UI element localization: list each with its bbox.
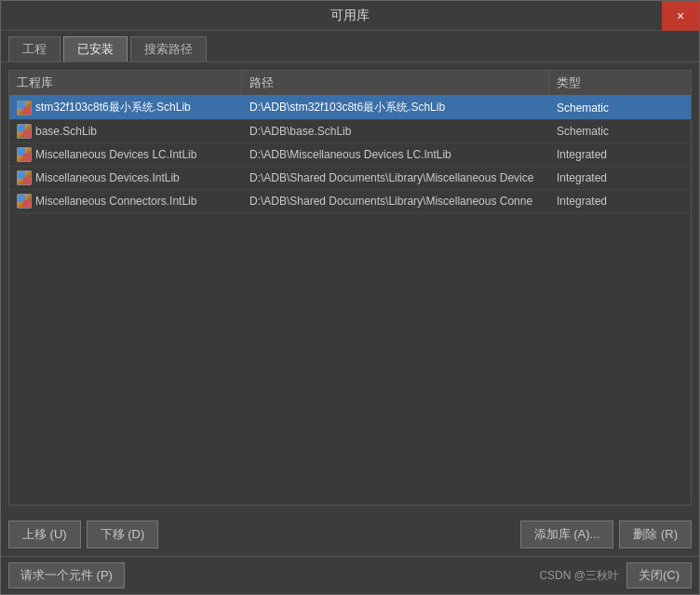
move-up-button[interactable]: 上移 (U): [8, 521, 81, 548]
cell-type: Integrated: [549, 190, 661, 212]
cell-path: D:\ADB\Miscellaneous Devices LC.IntLib: [242, 143, 549, 166]
move-down-button[interactable]: 下移 (D): [87, 521, 159, 548]
dialog-title: 可用库: [330, 7, 370, 24]
cell-name: Miscellaneous Connectors.IntLib: [9, 190, 242, 212]
table-row[interactable]: base.SchLib D:\ADB\base.SchLib Schematic: [9, 120, 691, 143]
remove-button[interactable]: 删除 (R): [619, 521, 692, 548]
lib-icon: [17, 147, 32, 162]
lib-icon: [17, 194, 32, 209]
table-row[interactable]: Miscellaneous Devices.IntLib D:\ADB\Shar…: [9, 167, 691, 190]
close-button[interactable]: ×: [662, 1, 699, 31]
lib-icon: [17, 170, 32, 185]
tab-installed[interactable]: 已安装: [63, 36, 128, 61]
col-type: 类型: [549, 71, 661, 95]
cell-type: Schematic: [549, 120, 661, 142]
col-lib-name: 工程库: [9, 71, 242, 95]
cell-path: D:\ADB\stm32f103c8t6最小系统.SchLib: [242, 96, 549, 119]
dialog: 可用库 × 工程 已安装 搜索路径 工程库 路径 类型 stm32f103c8t…: [0, 0, 700, 595]
cell-name: Miscellaneous Devices LC.IntLib: [9, 143, 242, 166]
footer-bar: 请求一个元件 (P) CSDN @三秋叶 关闭(C): [1, 556, 699, 594]
col-path: 路径: [242, 71, 549, 95]
table-row[interactable]: Miscellaneous Connectors.IntLib D:\ADB\S…: [9, 190, 691, 213]
library-table: 工程库 路径 类型 stm32f103c8t6最小系统.SchLib D:\AD…: [8, 70, 692, 506]
bottom-buttons: 上移 (U) 下移 (D) 添加库 (A)... 删除 (R): [1, 513, 699, 556]
cell-name: Miscellaneous Devices.IntLib: [9, 167, 242, 189]
content-area: 工程库 路径 类型 stm32f103c8t6最小系统.SchLib D:\AD…: [1, 62, 699, 513]
close-footer-button[interactable]: 关闭(C): [626, 562, 692, 588]
tab-search-path[interactable]: 搜索路径: [130, 36, 207, 61]
lib-icon: [17, 124, 32, 139]
table-header: 工程库 路径 类型: [9, 71, 691, 96]
table-body: stm32f103c8t6最小系统.SchLib D:\ADB\stm32f10…: [9, 96, 691, 505]
cell-type: Integrated: [549, 143, 661, 166]
tab-project[interactable]: 工程: [8, 36, 61, 61]
add-lib-button[interactable]: 添加库 (A)...: [520, 521, 614, 548]
cell-path: D:\ADB\Shared Documents\Library\Miscella…: [242, 167, 549, 189]
cell-path: D:\ADB\base.SchLib: [242, 120, 549, 142]
cell-name: stm32f103c8t6最小系统.SchLib: [9, 96, 242, 119]
table-row[interactable]: Miscellaneous Devices LC.IntLib D:\ADB\M…: [9, 143, 691, 167]
table-row[interactable]: stm32f103c8t6最小系统.SchLib D:\ADB\stm32f10…: [9, 96, 691, 120]
cell-type: Integrated: [549, 167, 661, 189]
title-bar: 可用库 ×: [1, 1, 699, 31]
watermark: CSDN @三秋叶: [539, 568, 619, 584]
cell-type: Schematic: [549, 96, 661, 119]
request-component-button[interactable]: 请求一个元件 (P): [8, 562, 125, 588]
lib-icon: [17, 101, 32, 115]
cell-name: base.SchLib: [9, 120, 242, 142]
cell-path: D:\ADB\Shared Documents\Library\Miscella…: [242, 190, 549, 212]
tabs-bar: 工程 已安装 搜索路径: [1, 31, 699, 62]
